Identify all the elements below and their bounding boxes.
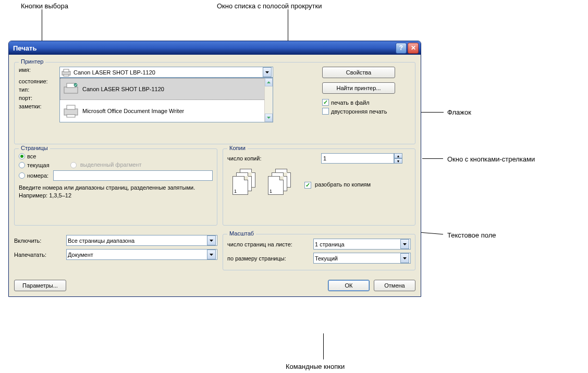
ok-button[interactable]: ОК xyxy=(328,280,370,291)
printer-selected-name: Canon LASER SHOT LBP-1120 xyxy=(74,69,155,76)
svg-marker-11 xyxy=(267,117,271,119)
svg-marker-15 xyxy=(403,257,407,259)
chevron-down-icon[interactable] xyxy=(400,253,409,263)
printer-dropdown-list[interactable]: Canon LASER SHOT LBP-1120 Microsoft Offi… xyxy=(59,78,273,122)
help-button[interactable]: ? xyxy=(396,43,407,54)
printer-port-label: порт: xyxy=(19,95,32,101)
scale-group: Масштаб число страниц на листе: 1 страни… xyxy=(223,234,415,270)
annotation-command-buttons: Командные кнопки xyxy=(286,363,345,370)
svg-rect-9 xyxy=(67,115,75,117)
scroll-down-icon[interactable] xyxy=(265,114,273,122)
find-printer-button[interactable]: Найти принтер... xyxy=(322,82,395,94)
combo-arrow-icon[interactable] xyxy=(263,67,272,77)
annotation-radio-buttons: Кнопки выбора xyxy=(21,2,68,10)
pages-hint: Введите номера или диапазоны страниц, ра… xyxy=(19,184,213,200)
pages-current-label: текущая xyxy=(27,162,50,168)
printer-state-label: состояние: xyxy=(19,78,48,84)
pages-all-label: все xyxy=(27,153,36,159)
pages-all-radio[interactable] xyxy=(19,153,25,159)
printer-icon xyxy=(63,104,79,118)
collate-illustration: 1 1 1 1 1 1 xyxy=(232,169,294,195)
print-what-label: Напечатать: xyxy=(14,252,66,258)
chevron-down-icon[interactable] xyxy=(400,239,409,249)
pages-per-sheet-label: число страниц на листе: xyxy=(227,241,313,247)
spin-down-icon[interactable]: ▼ xyxy=(394,158,402,164)
printer-option-0[interactable]: Canon LASER SHOT LBP-1120 xyxy=(60,78,273,100)
copies-legend: Копии xyxy=(227,145,248,151)
printer-name-label: имя: xyxy=(19,67,31,73)
pages-numbers-radio[interactable] xyxy=(19,172,25,179)
svg-marker-13 xyxy=(210,254,213,256)
svg-rect-2 xyxy=(64,74,69,76)
copies-count-label: число копий: xyxy=(227,155,321,161)
fit-size-combo[interactable]: Текущий xyxy=(313,253,411,264)
printer-icon xyxy=(63,82,79,96)
include-value: Все страницы диапазона xyxy=(68,238,134,244)
printer-option-label: Canon LASER SHOT LBP-1120 xyxy=(82,86,164,92)
properties-button[interactable]: Свойства xyxy=(322,67,395,78)
include-label: Включить: xyxy=(14,238,66,244)
collate-checkbox[interactable] xyxy=(304,182,311,189)
chevron-down-icon[interactable] xyxy=(207,250,216,259)
page-numbers-input[interactable] xyxy=(53,170,213,181)
svg-marker-3 xyxy=(265,71,269,73)
svg-marker-10 xyxy=(267,81,271,83)
svg-rect-7 xyxy=(64,109,78,115)
pages-selection-radio xyxy=(70,162,77,168)
svg-rect-4 xyxy=(64,87,78,93)
dialog-title: Печать xyxy=(13,44,395,52)
pages-selection-label: выделенный фрагмент xyxy=(80,161,142,168)
callout-line xyxy=(323,333,324,359)
printer-option-1[interactable]: Microsoft Office Document Image Writer xyxy=(60,100,273,122)
svg-marker-12 xyxy=(210,240,213,242)
printer-combo[interactable]: Canon LASER SHOT LBP-1120 Canon LASER SH… xyxy=(59,67,273,78)
pages-numbers-label: номера: xyxy=(27,172,53,179)
pages-legend: Страницы xyxy=(19,145,50,151)
print-what-value: Документ xyxy=(68,252,93,258)
pages-current-radio[interactable] xyxy=(19,162,25,168)
svg-marker-14 xyxy=(403,243,407,245)
scale-legend: Масштаб xyxy=(227,230,256,237)
cancel-button[interactable]: Отмена xyxy=(374,280,415,291)
scroll-up-icon[interactable] xyxy=(265,78,273,86)
fit-size-value: Текущий xyxy=(315,255,338,262)
pages-group: Страницы все текущая выделенный фрагмент… xyxy=(14,148,217,226)
printer-type-label: тип: xyxy=(19,86,29,93)
printer-legend: Принтер xyxy=(19,58,45,65)
params-button[interactable]: Параметры... xyxy=(14,280,66,291)
copies-count-input[interactable] xyxy=(321,153,394,164)
printer-notes-label: заметки: xyxy=(19,103,42,109)
print-what-combo[interactable]: Документ xyxy=(66,249,217,260)
print-dialog: Печать ? ✕ Принтер имя: состояние: тип: … xyxy=(8,41,421,297)
printer-group: Принтер имя: состояние: тип: порт: замет… xyxy=(14,62,415,144)
print-to-file-checkbox[interactable] xyxy=(322,99,329,106)
duplex-label: двусторонняя печать xyxy=(331,108,387,115)
pages-per-sheet-value: 1 страница xyxy=(315,241,345,247)
fit-size-label: по размеру страницы: xyxy=(227,255,313,262)
titlebar[interactable]: Печать ? ✕ xyxy=(9,41,421,55)
annotation-textfield: Текстовое поле xyxy=(447,231,496,239)
svg-rect-5 xyxy=(67,83,75,88)
close-button[interactable]: ✕ xyxy=(408,43,419,54)
chevron-down-icon[interactable] xyxy=(207,235,216,245)
annotation-list-scrollbar: Окно списка с полосой прокрутки xyxy=(217,2,322,10)
collate-label: разобрать по копиям xyxy=(315,181,371,188)
svg-point-6 xyxy=(74,83,77,86)
svg-rect-1 xyxy=(64,69,69,72)
callout-line xyxy=(422,158,443,159)
spin-up-icon[interactable]: ▲ xyxy=(394,153,402,158)
include-combo[interactable]: Все страницы диапазона xyxy=(66,235,217,246)
duplex-checkbox[interactable] xyxy=(322,108,329,115)
pages-per-sheet-combo[interactable]: 1 страница xyxy=(313,239,411,250)
annotation-checkbox: Флажок xyxy=(447,108,471,116)
dropdown-scrollbar[interactable] xyxy=(264,78,273,122)
copies-group: Копии число копий: ▲ ▼ 1 xyxy=(223,148,415,226)
annotation-spinner: Окно с кнопками-стрелками xyxy=(447,155,535,163)
svg-rect-8 xyxy=(67,105,75,109)
printer-option-label: Microsoft Office Document Image Writer xyxy=(82,108,184,114)
printer-icon xyxy=(61,68,71,77)
print-to-file-label: печать в файл xyxy=(331,100,370,106)
